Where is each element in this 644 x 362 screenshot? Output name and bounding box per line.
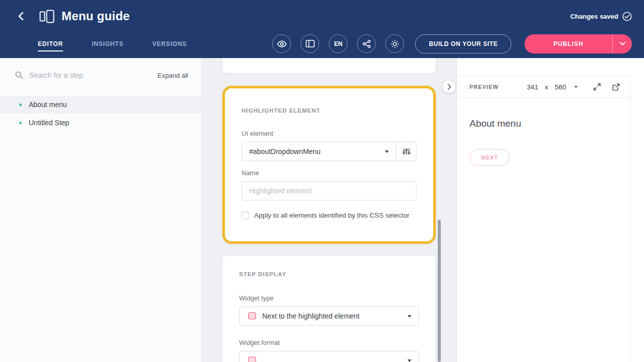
expand-all-link[interactable]: Expand all xyxy=(157,72,188,79)
back-button[interactable] xyxy=(14,10,27,23)
open-external-button[interactable] xyxy=(612,83,620,91)
body: Expand all About menu Untitled Step HIGH… xyxy=(0,58,644,362)
expand-icon xyxy=(593,83,601,91)
steps-list: About menu Untitled Step xyxy=(0,95,201,132)
preview-actions xyxy=(593,83,620,91)
preview-header: PREVIEW 341 x 560 xyxy=(457,76,630,98)
external-link-icon xyxy=(612,83,620,91)
publish-button[interactable]: PUBLISH xyxy=(524,34,612,54)
header-top-row: Menu guide Changes saved xyxy=(0,0,644,29)
preview-step-heading: About menu xyxy=(470,118,630,129)
preview-next-button[interactable]: NEXT xyxy=(470,149,510,166)
preview-size-separator: x xyxy=(545,83,548,91)
header-tabs-row: EDITOR INSIGHTS VERSIONS EN BUILD xyxy=(0,29,644,58)
step-label: About menu xyxy=(29,100,67,109)
search-icon xyxy=(15,71,23,79)
step-editor-panel: HIGHLIGHTED ELEMENT UI element #aboutDro… xyxy=(202,58,456,362)
layout-button[interactable] xyxy=(301,34,319,53)
preview-size-selector[interactable]: 341 x 560 xyxy=(527,83,578,91)
preview-content: About menu NEXT xyxy=(457,98,630,166)
widget-type-label: Widget type xyxy=(239,294,419,302)
settings-button[interactable] xyxy=(385,34,404,53)
tab-insights[interactable]: INSIGHTS xyxy=(92,29,124,58)
search-input[interactable] xyxy=(29,71,151,79)
widget-type-select[interactable]: Next to the highlighted element xyxy=(239,306,419,326)
tooltip-widget-icon xyxy=(247,312,257,321)
tab-editor[interactable]: EDITOR xyxy=(38,29,63,58)
editor-tabs: EDITOR INSIGHTS VERSIONS xyxy=(38,29,187,58)
widget-type-value: Next to the highlighted element xyxy=(262,312,360,320)
sliders-icon xyxy=(402,147,411,156)
preview-eye-button[interactable] xyxy=(272,34,291,53)
changes-saved-status: Changes saved xyxy=(570,12,632,21)
caret-down-icon xyxy=(574,86,578,88)
layout-icon xyxy=(306,40,315,47)
section-title: HIGHLIGHTED ELEMENT xyxy=(242,108,417,114)
widget-format-select[interactable] xyxy=(239,351,419,362)
share-icon xyxy=(363,40,371,48)
editor-scrollbar[interactable] xyxy=(438,220,441,362)
check-circle-icon xyxy=(622,12,632,21)
chevron-left-icon xyxy=(18,12,24,21)
page-title: Menu guide xyxy=(62,9,130,23)
apply-all-checkbox[interactable] xyxy=(242,212,249,219)
step-status-dot xyxy=(19,122,22,124)
app-header: Menu guide Changes saved EDITOR INSIGHTS… xyxy=(0,0,644,58)
step-item-untitled-step[interactable]: Untitled Step xyxy=(0,114,201,132)
language-button[interactable]: EN xyxy=(329,34,347,53)
element-name-input[interactable] xyxy=(242,181,417,200)
previous-settings-card xyxy=(222,58,436,73)
step-item-about-menu[interactable]: About menu xyxy=(0,95,201,114)
preview-height-value: 560 xyxy=(555,83,566,91)
preview-panel: PREVIEW 341 x 560 xyxy=(456,58,644,362)
step-search-row: Expand all xyxy=(0,58,201,79)
apply-all-row: Apply to all elements identified by this… xyxy=(242,212,417,219)
preview-card: PREVIEW 341 x 560 xyxy=(457,76,630,362)
publish-dropdown-button[interactable] xyxy=(612,34,632,54)
ui-element-select[interactable]: #aboutDropdownMenu xyxy=(242,142,396,161)
ui-element-row: #aboutDropdownMenu xyxy=(242,142,417,161)
app: Menu guide Changes saved EDITOR INSIGHTS… xyxy=(0,0,644,362)
steps-sidebar: Expand all About menu Untitled Step xyxy=(0,58,202,362)
ui-element-label: UI element xyxy=(242,130,417,137)
eye-icon xyxy=(277,40,287,47)
highlighted-element-card-body: HIGHLIGHTED ELEMENT UI element #aboutDro… xyxy=(225,88,433,241)
caret-down-icon xyxy=(407,315,412,318)
preview-title: PREVIEW xyxy=(470,84,499,90)
fullscreen-button[interactable] xyxy=(593,83,601,91)
widget-format-label: Widget format xyxy=(239,339,419,346)
publish-split-button: PUBLISH xyxy=(524,34,632,54)
preview-width-value: 341 xyxy=(527,83,539,91)
caret-down-icon xyxy=(407,359,412,362)
share-button[interactable] xyxy=(357,34,376,53)
step-label: Untitled Step xyxy=(29,119,69,127)
changes-saved-label: Changes saved xyxy=(570,13,618,20)
widget-format-icon xyxy=(247,356,257,362)
name-label: Name xyxy=(242,169,417,177)
chevron-right-icon xyxy=(447,84,451,90)
step-display-card: STEP DISPLAY Widget type Next to the hig… xyxy=(222,256,436,362)
gear-icon xyxy=(390,39,399,48)
app-logo-icon xyxy=(39,10,54,23)
build-on-your-site-button[interactable]: BUILD ON YOUR SITE xyxy=(415,34,511,54)
caret-down-icon xyxy=(385,150,389,153)
step-display-card-body: STEP DISPLAY Widget type Next to the hig… xyxy=(222,256,436,362)
step-status-dot xyxy=(19,104,22,106)
apply-all-label: Apply to all elements identified by this… xyxy=(254,212,409,219)
header-action-icons: EN xyxy=(272,34,404,53)
highlighted-element-card: HIGHLIGHTED ELEMENT UI element #aboutDro… xyxy=(222,86,436,244)
ui-element-value: #aboutDropdownMenu xyxy=(249,147,321,156)
selector-settings-button[interactable] xyxy=(396,142,417,161)
section-title: STEP DISPLAY xyxy=(239,271,419,277)
collapse-preview-button[interactable] xyxy=(442,80,456,93)
chevron-down-icon xyxy=(620,42,625,45)
tab-versions[interactable]: VERSIONS xyxy=(152,29,187,58)
